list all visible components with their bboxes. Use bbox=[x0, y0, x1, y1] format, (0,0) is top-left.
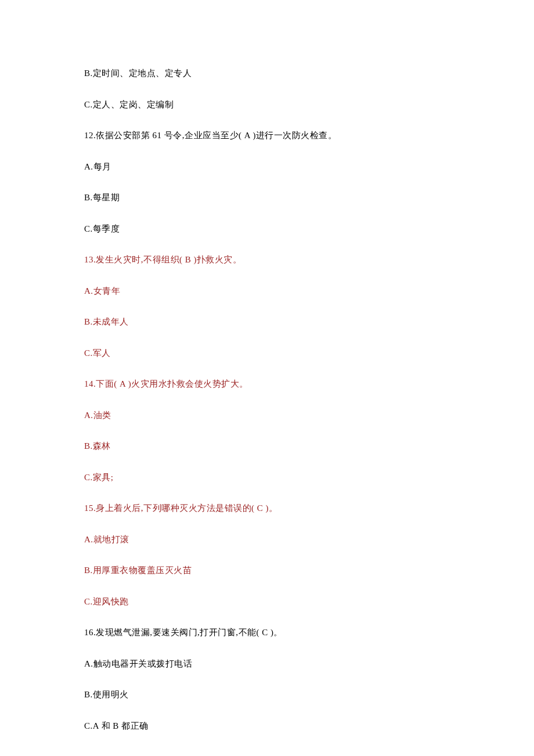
text-line: B.使用明火 bbox=[84, 688, 450, 701]
text-line: C.迎风快跑 bbox=[84, 595, 450, 609]
document-page: B.定时间、定地点、定专人 C.定人、定岗、定编制 12.依据公安部第 61 号… bbox=[0, 0, 534, 756]
text-line: C.军人 bbox=[84, 347, 450, 360]
text-line: 12.依据公安部第 61 号令,企业应当至少( A )进行一次防火检查。 bbox=[84, 129, 450, 142]
text-line: A.就地打滚 bbox=[84, 533, 450, 546]
text-line: A.触动电器开关或拨打电话 bbox=[84, 657, 450, 671]
text-line: B.森林 bbox=[84, 440, 450, 453]
text-line: C.A 和 B 都正确 bbox=[84, 719, 450, 733]
text-line: B.每星期 bbox=[84, 191, 450, 204]
text-line: A.油类 bbox=[84, 409, 450, 422]
text-line: B.未成年人 bbox=[84, 315, 450, 329]
text-line: 16.发现燃气泄漏,要速关阀门,打开门窗,不能( C )。 bbox=[84, 626, 450, 639]
text-line: A.每月 bbox=[84, 160, 450, 174]
text-line: 14.下面( A )火灾用水扑救会使火势扩大。 bbox=[84, 377, 450, 391]
text-line: 13.发生火灾时,不得组织( B )扑救火灾。 bbox=[84, 253, 450, 267]
text-line: C.每季度 bbox=[84, 222, 450, 236]
text-line: B.用厚重衣物覆盖压灭火苗 bbox=[84, 564, 450, 577]
text-line: C.家具; bbox=[84, 471, 450, 484]
text-line: B.定时间、定地点、定专人 bbox=[84, 67, 450, 80]
text-line: A.女青年 bbox=[84, 285, 450, 298]
text-line: C.定人、定岗、定编制 bbox=[84, 98, 450, 111]
text-line: 15.身上着火后,下列哪种灭火方法是错误的( C )。 bbox=[84, 502, 450, 515]
